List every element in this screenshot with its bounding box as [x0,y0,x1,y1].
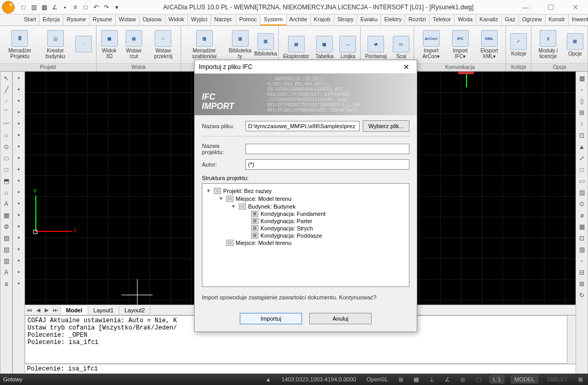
ribbon-tab-archite[interactable]: Archite [286,15,311,25]
close-button[interactable]: ✕ [565,0,586,15]
status-ortho-icon[interactable]: ⊥ [427,376,436,383]
left-tool-17[interactable]: A [2,268,11,277]
left-tool-10[interactable]: ⌂ [2,188,11,197]
status-model[interactable]: MODEL [511,375,538,383]
right-tool-14[interactable]: ⊡ [577,233,586,243]
right-tool-15[interactable]: ▥ [577,245,586,254]
right-tool-4[interactable]: ↕ [577,119,586,129]
left-tool-7[interactable]: ⬭ [2,154,11,163]
ribbon-tab-gaz[interactable]: Gaz [502,15,519,25]
qat-button-9[interactable]: ▾ [112,3,121,12]
ribbon-tab-start[interactable]: Start [21,15,39,25]
status-tablet[interactable]: TABLET [544,376,570,382]
ribbon-button[interactable]: ▤Eksplorator [281,35,311,60]
right-tool-18[interactable]: ⊞ [577,279,586,288]
tree-expander-icon[interactable]: ▾ [218,195,224,202]
left-tool-0[interactable]: ↖ [2,74,11,83]
left2-tool-8[interactable]: • [14,165,23,174]
ribbon-tab-rozdzi[interactable]: Rozdzi [405,15,430,25]
status-polar-icon[interactable]: ∠ [443,376,452,383]
tree-node[interactable]: ▾⌂Projekt: Bez nazwy [206,187,406,195]
left-tool-12[interactable]: ▦ [2,211,11,220]
right-tool-11[interactable]: ⊙ [577,199,586,209]
left2-tool-7[interactable]: • [14,154,23,163]
layout-tab-layout1[interactable]: Layout1 [88,306,119,314]
tree-node[interactable]: ▭Miejsce: Model terenu [206,239,406,246]
right-tool-7[interactable]: ⤢ [577,154,586,163]
ribbon-tab-konstr[interactable]: Konstr [545,15,569,25]
left-tool-13[interactable]: ⚙ [2,222,11,231]
left2-tool-11[interactable]: • [14,199,23,209]
status-snap-icon[interactable]: ⊞ [396,376,405,383]
import-button[interactable]: Importuj [240,313,302,324]
tree-node[interactable]: ▦Kondygnacja: Parter [206,217,406,225]
left2-tool-13[interactable]: • [14,222,23,231]
left2-tool-17[interactable]: • [14,268,23,277]
minimize-button[interactable]: — [515,0,536,15]
right-tool-5[interactable]: ⊡ [577,131,586,140]
layout-tab-model[interactable]: Model [61,306,88,314]
right-tool-6[interactable]: ▲ [577,142,586,152]
layout-nav-1[interactable]: ◀ [34,306,43,314]
ribbon-tab-telekor[interactable]: Telekor [430,15,455,25]
left-tool-6[interactable]: ⊙ [2,142,11,152]
ribbon-tab-wstaw[interactable]: Wstaw [116,15,140,25]
right-tool-8[interactable]: □ [577,165,586,174]
right-tool-13[interactable]: ▦ [577,222,586,231]
ribbon-button[interactable]: ArConImport ArCon▾ [416,29,446,60]
qat-button-7[interactable]: ↶ [91,3,101,12]
command-input[interactable] [25,364,576,374]
left2-tool-16[interactable]: • [14,256,23,266]
left-tool-18[interactable]: a [2,279,11,288]
ribbon-button[interactable]: —Linijka [337,35,358,60]
tree-node[interactable]: ▦Kondygnacja: Fundament [206,210,406,217]
qat-button-6[interactable]: □ [81,3,90,12]
ribbon-button[interactable]: ▦Tabelka [313,35,335,60]
left2-tool-12[interactable]: • [14,211,23,220]
left-tool-15[interactable]: ▤ [2,245,11,254]
left-tool-5[interactable]: ○ [2,131,11,140]
tree-node[interactable]: ▦Kondygnacja: Poddasze [206,232,406,239]
right-tool-2[interactable]: ▯ [577,97,586,106]
cancel-button[interactable]: Anuluj [309,313,372,324]
ribbon-tab-ewaku[interactable]: Ewaku [357,15,381,25]
right-tool-17[interactable]: ⊟ [577,268,586,277]
ribbon-button[interactable]: ▦Widok 3D [99,29,120,60]
ribbon-button[interactable]: ▫ [73,35,94,54]
ribbon-button[interactable]: §Moduły i licencje [534,29,563,60]
left2-tool-4[interactable]: • [14,119,23,129]
project-structure-tree[interactable]: ▾⌂Projekt: Bez nazwy▾▭Miejsce: Model ter… [202,183,409,287]
left-tool-16[interactable]: ▥ [2,256,11,266]
qat-button-4[interactable]: ▪ [60,3,70,12]
status-osnap-icon[interactable]: ◎ [458,376,468,383]
qat-button-1[interactable]: ▥ [29,3,38,12]
browse-button[interactable]: Wybierz plik... [363,120,409,132]
left-tool-2[interactable]: ⟋ [2,97,11,106]
ribbon-button[interactable]: ⇄Porównaj [363,35,389,60]
tree-node[interactable]: ▦Kondygnacja: Strych [206,225,406,232]
right-tool-19[interactable]: ↻ [577,291,586,300]
status-grid-icon[interactable]: ▦ [412,376,421,383]
right-tool-12[interactable]: ⌀ [577,211,586,220]
left2-tool-5[interactable]: • [14,131,23,140]
qat-button-5[interactable]: ≡ [71,3,80,12]
right-tool-16[interactable]: ▫ [577,256,586,266]
ribbon-tab-stropy[interactable]: Stropy [334,15,358,25]
ribbon-tab-narzęc[interactable]: Narzęc [211,15,236,25]
left2-tool-15[interactable]: • [14,245,23,254]
status-extra[interactable]: L:1 [489,375,504,383]
qat-button-0[interactable]: □ [19,3,28,12]
right-tool-9[interactable]: ▭ [577,176,586,186]
ribbon-tab-opisow[interactable]: Opisow [140,15,166,25]
left2-tool-18[interactable]: • [14,279,23,288]
left-tool-14[interactable]: ▧ [2,233,11,243]
ribbon-tab-ogrzew[interactable]: Ogrzew [519,15,545,25]
author-input[interactable] [245,159,409,170]
left2-tool-0[interactable]: • [14,74,23,83]
ribbon-tab-elektry[interactable]: Elektry [381,15,405,25]
tree-expander-icon[interactable]: ▾ [230,203,237,210]
left2-tool-3[interactable]: • [14,108,23,117]
left-tool-1[interactable]: ╱ [2,85,11,94]
ribbon-tab-kanaliz[interactable]: Kanaliz [476,15,502,25]
right-tool-1[interactable]: ▫ [577,85,586,94]
